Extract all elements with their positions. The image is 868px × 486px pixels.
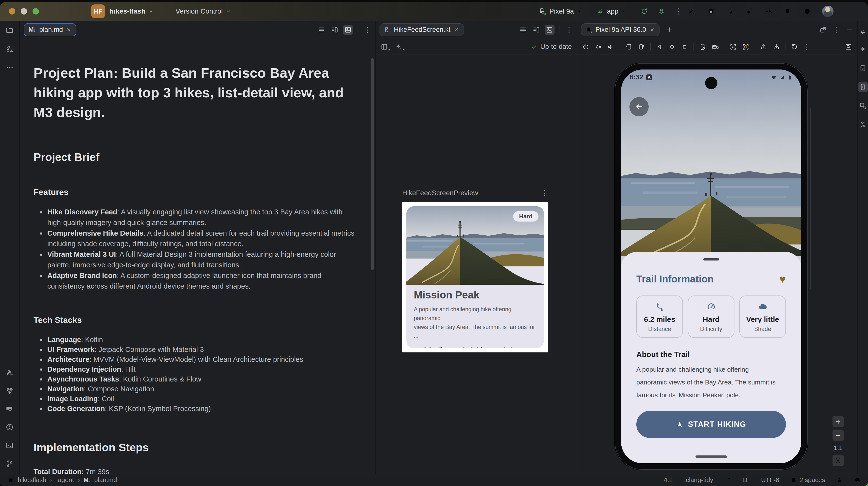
tab-plan-md[interactable]: M↓ plan.md bbox=[24, 23, 76, 36]
project-selector[interactable]: hikes-flash bbox=[110, 7, 154, 15]
project-tool-icon[interactable] bbox=[5, 26, 14, 34]
error-indicator-icon[interactable] bbox=[854, 477, 861, 483]
right-tool-stripe bbox=[857, 21, 868, 474]
notifications-bell-icon[interactable] bbox=[859, 27, 867, 34]
terminal-tool-icon[interactable] bbox=[5, 441, 14, 450]
running-devices-icon[interactable] bbox=[858, 82, 868, 92]
android-home-icon[interactable] bbox=[669, 43, 676, 51]
preview-only-view-icon[interactable] bbox=[343, 25, 353, 35]
android-back-icon[interactable] bbox=[656, 43, 663, 51]
zoom-in-button[interactable]: + bbox=[833, 416, 844, 427]
profiler-icon[interactable] bbox=[765, 7, 773, 16]
favorite-heart-icon[interactable]: ♥ bbox=[779, 273, 786, 285]
preview-more-options-icon[interactable]: ⋮ bbox=[541, 189, 548, 197]
formatter-icon[interactable] bbox=[724, 477, 731, 483]
editor-more-options-icon[interactable]: ⋮ bbox=[565, 26, 573, 33]
scrollbar-thumb[interactable] bbox=[371, 58, 374, 270]
preview-layout-icon[interactable] bbox=[380, 43, 388, 51]
build-variants-icon[interactable] bbox=[726, 7, 735, 16]
sheet-drag-handle[interactable] bbox=[703, 258, 719, 261]
build-icon[interactable] bbox=[688, 7, 696, 16]
device-selector[interactable]: Pixel 9a bbox=[549, 7, 574, 15]
phone-screen[interactable]: 8:32 A bbox=[621, 69, 801, 463]
trail-stats: 6.2 miles Distance Hard Difficulty bbox=[636, 296, 786, 338]
problems-tool-icon[interactable] bbox=[5, 423, 14, 431]
power-icon[interactable] bbox=[582, 43, 590, 51]
editor-more-options-icon[interactable]: ⋮ bbox=[364, 26, 371, 33]
upload-icon[interactable] bbox=[760, 43, 768, 51]
logcat-cat-icon[interactable] bbox=[5, 405, 14, 413]
preview-only-view-icon[interactable] bbox=[545, 25, 555, 35]
android-overview-icon[interactable] bbox=[681, 43, 688, 51]
split-view-icon[interactable] bbox=[533, 26, 540, 33]
run-more-options-icon[interactable]: ⋮ bbox=[675, 8, 682, 15]
build-tool-icon[interactable] bbox=[5, 368, 14, 376]
panel-more-options-icon[interactable]: ⋮ bbox=[833, 26, 840, 33]
breadcrumb[interactable]: hikesflash› .agent› M↓ plan.md bbox=[7, 476, 117, 484]
editor-only-view-icon[interactable] bbox=[519, 26, 527, 33]
app-insights-gem-icon[interactable] bbox=[5, 387, 14, 395]
start-hiking-button[interactable]: START HIKING bbox=[636, 411, 786, 438]
run-config-selector[interactable]: app bbox=[607, 7, 619, 15]
encoding-widget[interactable]: UTF-8 bbox=[761, 476, 779, 484]
preview-frame[interactable]: Hard Mission Peak A popular and challeng… bbox=[402, 202, 548, 353]
resource-manager-icon[interactable] bbox=[5, 45, 14, 53]
open-in-window-icon[interactable] bbox=[819, 26, 827, 33]
hike-card[interactable]: Hard Mission Peak A popular and challeng… bbox=[406, 206, 544, 348]
scrollbar-thumb[interactable] bbox=[810, 108, 811, 289]
device-manager-icon[interactable] bbox=[859, 65, 867, 72]
hardware-input-icon[interactable] bbox=[712, 43, 719, 51]
device-settings-icon[interactable] bbox=[699, 43, 706, 51]
emulator-more-options-icon[interactable]: ⋮ bbox=[803, 43, 811, 51]
download-icon[interactable] bbox=[773, 43, 780, 51]
gesture-nav-handle[interactable] bbox=[695, 455, 727, 458]
tab-pixel-9a[interactable]: Pixel 9a API 36.0 bbox=[581, 23, 659, 36]
trail-info-sheet[interactable]: Trail Information ♥ 6.2 miles Distance bbox=[621, 252, 801, 463]
volume-down-icon[interactable] bbox=[607, 43, 615, 51]
statusbar-widgets: 4:1 .clang-tidy LF UTF-8 2 spaces bbox=[664, 476, 861, 484]
editor-only-view-icon[interactable] bbox=[318, 26, 325, 33]
close-window-button[interactable] bbox=[9, 8, 15, 14]
lock-icon[interactable] bbox=[836, 477, 843, 483]
emulator-toolbar: ⋮ bbox=[577, 39, 857, 55]
chevron-down-icon[interactable] bbox=[620, 8, 627, 14]
rotate-right-icon[interactable] bbox=[638, 43, 645, 51]
more-tool-windows-icon[interactable] bbox=[5, 64, 14, 72]
close-tab-icon[interactable] bbox=[649, 27, 655, 33]
vcs-menu[interactable]: Version Control bbox=[176, 7, 231, 15]
zoom-tool-icon[interactable] bbox=[845, 43, 852, 51]
fullscreen-window-button[interactable] bbox=[33, 8, 39, 14]
back-button[interactable] bbox=[629, 97, 649, 116]
git-branch-icon[interactable] bbox=[5, 459, 14, 468]
fit-screen-button[interactable] bbox=[833, 455, 844, 466]
close-tab-icon[interactable] bbox=[66, 27, 71, 33]
analyzer-widget[interactable]: .clang-tidy bbox=[684, 476, 713, 484]
rerun-icon[interactable] bbox=[641, 8, 648, 15]
user-avatar[interactable] bbox=[822, 6, 834, 17]
assistant-tool-icon[interactable] bbox=[859, 121, 867, 128]
debug-icon[interactable] bbox=[658, 8, 665, 15]
minimize-window-button[interactable] bbox=[21, 8, 27, 14]
screenshot-icon[interactable] bbox=[730, 43, 737, 51]
search-everywhere-icon[interactable] bbox=[784, 7, 792, 16]
sync-project-icon[interactable]: A bbox=[707, 7, 715, 16]
add-device-tab-icon[interactable] bbox=[666, 26, 673, 33]
rotate-left-icon[interactable] bbox=[625, 43, 633, 51]
restart-icon[interactable] bbox=[790, 43, 798, 51]
screen-record-icon[interactable] bbox=[742, 43, 749, 51]
caret-position[interactable]: 4:1 bbox=[664, 476, 673, 484]
zoom-out-button[interactable]: − bbox=[833, 430, 844, 441]
volume-up-icon[interactable] bbox=[595, 43, 602, 51]
close-tab-icon[interactable] bbox=[454, 27, 459, 33]
preview-ai-sparkle-icon[interactable] bbox=[395, 43, 402, 51]
indent-widget[interactable]: 2 spaces bbox=[790, 476, 825, 484]
chevron-down-icon[interactable] bbox=[576, 8, 582, 14]
split-view-icon[interactable] bbox=[331, 26, 338, 33]
attach-debugger-icon[interactable] bbox=[745, 7, 754, 16]
hide-panel-icon[interactable] bbox=[846, 26, 853, 33]
tab-hikefeedscreen-kt[interactable]: HikeFeedScreen.kt bbox=[379, 23, 464, 36]
line-ending-widget[interactable]: LF bbox=[742, 476, 750, 484]
layout-inspector-icon[interactable] bbox=[859, 102, 867, 110]
gemini-sparkle-icon[interactable] bbox=[859, 46, 867, 53]
settings-gear-icon[interactable] bbox=[803, 7, 811, 16]
